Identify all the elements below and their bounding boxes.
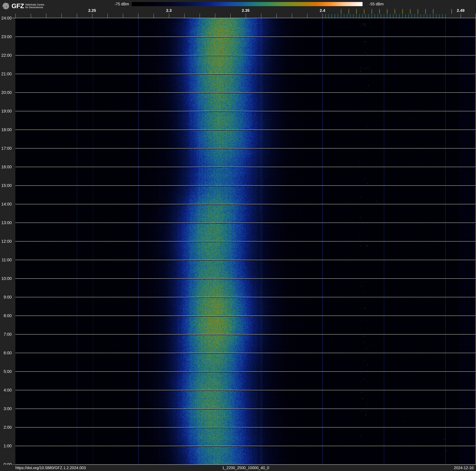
ble-channel-tick xyxy=(424,14,424,18)
freq-minor-tick xyxy=(323,14,323,18)
ble-channel-tick xyxy=(350,14,350,18)
ble-channel-tick xyxy=(439,14,440,18)
freq-axis-label: 2.49 xyxy=(457,8,465,13)
hour-gridline-shadow xyxy=(15,279,476,279)
hour-gridline-shadow xyxy=(15,55,476,56)
doi-link[interactable]: https://doi.org/10.5880/GFZ.1.2.2024.003 xyxy=(15,465,86,471)
ble-channel-tick xyxy=(396,14,396,18)
freq-minor-tick xyxy=(46,14,46,18)
freq-minor-tick xyxy=(292,14,292,18)
ble-channel-tick xyxy=(399,14,400,18)
time-axis-label: 19:00 xyxy=(0,109,12,113)
time-axis-label: 15:00 xyxy=(0,183,12,188)
wifi-channel-tick xyxy=(418,9,418,14)
hour-gridline-shadow xyxy=(15,428,476,428)
freq-minor-tick xyxy=(184,14,185,18)
ble-channel-tick xyxy=(436,14,436,18)
freq-minor-tick xyxy=(107,14,108,18)
time-axis-label: 2:00 xyxy=(0,425,12,430)
freq-axis-label: 2.4 xyxy=(320,8,325,13)
freq-minor-tick xyxy=(31,14,31,18)
time-axis-label: 4:00 xyxy=(0,388,12,392)
spectrogram-page: GFZ Helmholtz Centre for Geosciences -75… xyxy=(0,0,476,471)
gfz-logo: GFZ Helmholtz Centre for Geosciences xyxy=(2,3,44,9)
ble-channel-tick xyxy=(362,14,363,18)
hour-gridline-shadow xyxy=(15,297,476,298)
ble-channel-tick xyxy=(372,14,372,18)
freq-axis-label: 2.35 xyxy=(242,8,250,13)
hour-gridline-shadow xyxy=(15,353,476,354)
ble-channel-tick xyxy=(356,14,357,18)
ble-channel-tick xyxy=(445,14,446,18)
freq-minor-tick xyxy=(246,14,246,18)
time-axis-label: 1:00 xyxy=(0,444,12,448)
hour-gridline-shadow xyxy=(15,37,476,37)
ble-channel-tick xyxy=(411,14,412,18)
hour-gridline-shadow xyxy=(15,334,476,335)
time-axis-label: 23:00 xyxy=(0,35,12,39)
time-axis-label: 13:00 xyxy=(0,220,12,225)
hour-gridline-shadow xyxy=(15,316,476,316)
time-axis-label: 18:00 xyxy=(0,127,12,132)
hour-gridline-shadow xyxy=(15,446,476,447)
wifi-channel-tick xyxy=(356,9,357,14)
time-axis-label: 24:00 xyxy=(0,16,12,20)
frequency-axis-line xyxy=(12,18,476,18)
wifi-channel-tick xyxy=(402,9,403,14)
ble-channel-tick xyxy=(430,14,430,18)
freq-minor-tick xyxy=(169,14,169,18)
hour-gridline-shadow xyxy=(15,167,476,167)
colorbar-min-label: -75 dBm xyxy=(115,2,129,6)
hour-gridline-shadow xyxy=(15,372,476,372)
hour-gridline-shadow xyxy=(15,111,476,112)
hour-gridline-shadow xyxy=(15,241,476,242)
hour-gridline-shadow xyxy=(15,390,476,391)
ble-channel-tick xyxy=(384,14,384,18)
ble-channel-tick xyxy=(433,14,433,18)
wifi-channel-tick xyxy=(410,9,410,14)
wifi-channel-tick xyxy=(364,9,364,14)
ble-channel-tick xyxy=(408,14,409,18)
time-axis-label: 7:00 xyxy=(0,332,12,337)
wifi-channel-tick xyxy=(349,9,349,14)
freq-minor-tick xyxy=(61,14,62,18)
ble-channel-tick xyxy=(341,14,341,18)
hour-gridline-shadow xyxy=(15,204,476,205)
freq-minor-tick xyxy=(307,14,307,18)
freq-minor-tick xyxy=(261,14,261,18)
freq-minor-tick xyxy=(153,14,154,18)
header-bar: GFZ Helmholtz Centre for Geosciences -75… xyxy=(0,0,476,18)
freq-minor-tick xyxy=(15,14,16,18)
ble-channel-tick xyxy=(335,14,335,18)
ble-channel-tick xyxy=(427,14,427,18)
hour-gridline-shadow xyxy=(15,148,476,149)
ble-channel-tick xyxy=(359,14,360,18)
freq-minor-tick xyxy=(230,14,231,18)
time-axis-label: 12:00 xyxy=(0,239,12,244)
ble-channel-tick xyxy=(353,14,354,18)
time-axis-label: 8:00 xyxy=(0,313,12,318)
time-axis-label: 11:00 xyxy=(0,258,12,262)
time-axis-label: 6:00 xyxy=(0,351,12,355)
wifi-channel-tick xyxy=(433,9,433,14)
footer-bar: https://doi.org/10.5880/GFZ.1.2.2024.003… xyxy=(0,465,476,471)
hour-gridline-shadow xyxy=(15,223,476,223)
ble-channel-tick xyxy=(329,14,329,18)
ble-channel-tick xyxy=(390,14,390,18)
freq-axis-label: 2.3 xyxy=(166,8,172,13)
colorbar-gradient xyxy=(132,2,362,6)
ble-channel-tick xyxy=(344,14,344,18)
time-axis-label: 17:00 xyxy=(0,146,12,151)
freq-minor-tick xyxy=(461,14,461,18)
freq-minor-tick xyxy=(123,14,123,18)
freq-minor-tick xyxy=(476,14,476,18)
ble-channel-tick xyxy=(365,14,366,18)
hour-gridline-shadow xyxy=(15,409,476,409)
freq-minor-tick xyxy=(215,14,215,18)
ble-channel-tick xyxy=(415,14,415,18)
freq-minor-tick xyxy=(200,14,200,18)
hour-gridline-shadow xyxy=(15,130,476,130)
ble-channel-tick xyxy=(387,14,387,18)
ble-channel-tick xyxy=(325,14,326,18)
time-axis-label: 10:00 xyxy=(0,276,12,281)
